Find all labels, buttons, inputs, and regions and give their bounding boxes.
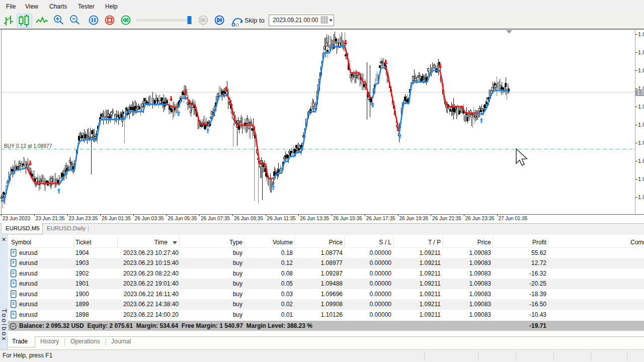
svg-text:26 Jun 09:35: 26 Jun 09:35 <box>234 216 263 221</box>
svg-text:26 Jun 13:35: 26 Jun 13:35 <box>300 216 329 221</box>
svg-text:26 Jun 07:35: 26 Jun 07:35 <box>201 216 230 221</box>
svg-text:26 Jun 15:35: 26 Jun 15:35 <box>333 216 362 221</box>
svg-text:27 Jun 01:35: 27 Jun 01:35 <box>499 216 528 221</box>
svg-text:1.09318: 1.09318 <box>638 140 644 146</box>
svg-text:26 Jun 03:35: 26 Jun 03:35 <box>135 216 164 221</box>
svg-text:1.09048: 1.09048 <box>638 194 644 200</box>
svg-text:23 Jun 2023: 23 Jun 2023 <box>3 216 30 221</box>
svg-text:26 Jun 21:35: 26 Jun 21:35 <box>432 216 461 221</box>
svg-text:26 Jun 05:35: 26 Jun 05:35 <box>168 216 197 221</box>
svg-text:26 Jun 17:35: 26 Jun 17:35 <box>366 216 395 221</box>
svg-text:1.09228: 1.09228 <box>638 158 644 164</box>
svg-text:BUY 0.12 at 1.08977: BUY 0.12 at 1.08977 <box>4 143 52 149</box>
svg-text:1.09083: 1.09083 <box>637 89 644 96</box>
svg-text:26 Jun 01:35: 26 Jun 01:35 <box>102 216 131 221</box>
svg-text:1.09768: 1.09768 <box>638 49 644 55</box>
svg-text:23 Jun 21:35: 23 Jun 21:35 <box>36 216 65 221</box>
svg-text:1.09498: 1.09498 <box>638 104 644 110</box>
svg-text:26 Jun 19:35: 26 Jun 19:35 <box>399 216 428 221</box>
svg-text:26 Jun 23:35: 26 Jun 23:35 <box>465 216 495 221</box>
svg-text:1.09678: 1.09678 <box>638 67 644 73</box>
svg-text:23 Jun 23:35: 23 Jun 23:35 <box>68 216 98 221</box>
svg-text:1.09138: 1.09138 <box>638 176 644 182</box>
svg-text:1.09408: 1.09408 <box>638 122 644 128</box>
svg-text:26 Jun 11:35: 26 Jun 11:35 <box>267 216 296 221</box>
svg-text:1.09858: 1.09858 <box>638 31 644 37</box>
